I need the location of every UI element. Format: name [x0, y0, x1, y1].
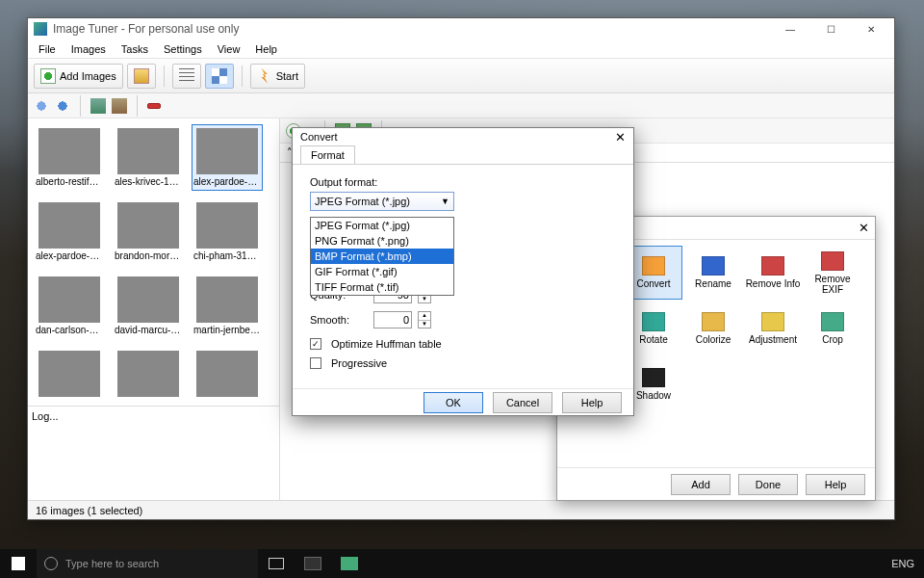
main-toolbar: Add Images Start	[28, 59, 894, 93]
task-icon	[821, 312, 844, 331]
select-all-icon[interactable]	[90, 98, 106, 114]
view-thumbs-button[interactable]	[205, 64, 234, 89]
select-none-icon[interactable]	[112, 98, 127, 114]
menu-settings[interactable]: Settings	[157, 41, 209, 57]
output-format-combobox[interactable]: JPEG Format (*.jpg) ▼	[310, 192, 454, 211]
menu-file[interactable]: File	[32, 41, 63, 57]
task-icon	[642, 312, 665, 331]
thumbnail-image	[196, 128, 258, 174]
output-format-label: Output format:	[310, 176, 377, 188]
windows-icon	[12, 557, 25, 570]
task-item-crop[interactable]: Crop	[804, 302, 861, 355]
taskbar-app-2[interactable]	[331, 549, 368, 578]
thumbnail-image	[38, 202, 100, 249]
add-folder-button[interactable]	[127, 64, 156, 89]
thumbnail-item[interactable]: ales-krivec-188...	[113, 124, 184, 191]
window-title: Image Tuner - For personal use only	[53, 22, 767, 36]
add-button[interactable]: Add	[671, 474, 731, 495]
menu-help[interactable]: Help	[248, 41, 284, 57]
format-option[interactable]: JPEG Format (*.jpg)	[311, 218, 453, 233]
thumbnail-item[interactable]: alberto-restifo-...	[34, 124, 105, 191]
task-item-adjustment[interactable]: Adjustment	[744, 302, 802, 355]
thumbnail-item[interactable]: alex-pardoe-32...	[34, 198, 105, 265]
thumbnail-label: david-marcu-20...	[115, 325, 182, 335]
start-button[interactable]	[0, 549, 37, 578]
progressive-checkbox[interactable]	[310, 357, 321, 369]
convert-dialog: Convert ✕ Format Output format: JPEG For…	[292, 127, 634, 416]
taskbar-app-1[interactable]	[295, 549, 331, 578]
done-button[interactable]: Done	[738, 474, 798, 495]
task-label: Shadow	[636, 390, 671, 401]
thumbnail-image	[196, 202, 258, 249]
dialog-help-label: Help	[581, 397, 603, 408]
output-format-value: JPEG Format (*.jpg)	[315, 196, 410, 207]
task-icon	[702, 256, 725, 276]
thumbnail-item[interactable]: alex-pardoe-32...	[192, 124, 263, 191]
tab-format-label: Format	[311, 149, 345, 161]
thumbnail-image	[38, 276, 100, 323]
app-icon	[341, 557, 358, 570]
close-icon[interactable]: ✕	[615, 130, 626, 144]
language-indicator[interactable]: ENG	[891, 558, 914, 569]
smooth-label: Smooth:	[310, 314, 368, 326]
task-chooser-buttons: Add Done Help	[557, 467, 875, 500]
smooth-input[interactable]	[373, 311, 412, 328]
remove-icon[interactable]	[147, 103, 161, 109]
log-panel: Log...	[28, 406, 279, 500]
task-item-colorize[interactable]: Colorize	[684, 302, 742, 355]
thumbnail-item[interactable]: brandon-morga...	[113, 198, 184, 265]
log-label: Log...	[32, 410, 59, 422]
task-view-button[interactable]	[258, 549, 295, 578]
menu-tasks[interactable]: Tasks	[115, 41, 155, 57]
task-item-rename[interactable]: Rename	[684, 246, 742, 300]
windows-taskbar[interactable]: Type here to search ENG	[0, 549, 924, 578]
smooth-stepper[interactable]: ▲▼	[418, 311, 431, 328]
add-images-button[interactable]: Add Images	[34, 64, 123, 89]
taskbar-search[interactable]: Type here to search	[37, 549, 258, 578]
task-icon	[821, 251, 844, 271]
minimize-button[interactable]: —	[773, 18, 808, 39]
output-format-dropdown[interactable]: JPEG Format (*.jpg)PNG Format (*.png)BMP…	[310, 217, 454, 296]
thumbnail-item[interactable]: dan-carlson-141...	[34, 273, 105, 339]
dialog-help-button[interactable]: Help	[562, 392, 622, 413]
thumbnail-item[interactable]: chi-pham-31627...	[192, 198, 263, 265]
ok-button[interactable]: OK	[424, 392, 483, 413]
close-icon[interactable]: ✕	[859, 221, 869, 235]
thumbnail-image	[196, 351, 258, 397]
thumbnail-image	[196, 276, 258, 323]
format-option[interactable]: TIFF Format (*.tif)	[311, 279, 453, 295]
format-option[interactable]: GIF Format (*.gif)	[311, 264, 453, 279]
menu-view[interactable]: View	[211, 41, 247, 57]
thumbnail-item[interactable]	[192, 347, 263, 403]
thumbnail-item[interactable]	[34, 347, 105, 403]
titlebar[interactable]: Image Tuner - For personal use only — ☐ …	[28, 18, 894, 39]
thumbnail-label: alberto-restifo-...	[36, 176, 103, 187]
thumbnail-item[interactable]	[113, 347, 184, 403]
close-button[interactable]: ✕	[854, 18, 888, 39]
help-button-label: Help	[825, 479, 847, 490]
task-item-remove-exif[interactable]: Remove EXIF	[804, 246, 861, 300]
dialog-titlebar[interactable]: Convert ✕	[293, 128, 633, 145]
thumbnail-image	[117, 351, 179, 397]
tab-format[interactable]: Format	[300, 145, 355, 164]
task-item-remove-info[interactable]: Remove Info	[744, 246, 802, 300]
taskbar-tray[interactable]: ENG	[882, 558, 924, 569]
info-icon[interactable]	[55, 98, 70, 114]
start-button[interactable]: Start	[250, 64, 305, 89]
menu-images[interactable]: Images	[64, 41, 113, 57]
thumbnail-grid[interactable]: alberto-restifo-...ales-krivec-188...ale…	[28, 118, 279, 406]
cancel-button[interactable]: Cancel	[493, 392, 552, 413]
thumbnail-item[interactable]: david-marcu-20...	[113, 273, 184, 339]
toolbar-separator	[137, 95, 138, 117]
optimize-checkbox[interactable]: ✓	[310, 338, 321, 350]
eye-icon[interactable]	[34, 98, 49, 114]
lightning-icon	[257, 68, 272, 84]
view-list-button[interactable]	[172, 64, 201, 89]
format-option[interactable]: BMP Format (*.bmp)	[311, 249, 453, 264]
maximize-button[interactable]: ☐	[813, 18, 848, 39]
task-icon	[642, 256, 665, 276]
dialog-buttons: OK Cancel Help	[293, 388, 633, 415]
thumbnail-item[interactable]: martin-jernberg...	[192, 273, 263, 339]
help-button[interactable]: Help	[806, 474, 865, 495]
format-option[interactable]: PNG Format (*.png)	[311, 233, 453, 249]
